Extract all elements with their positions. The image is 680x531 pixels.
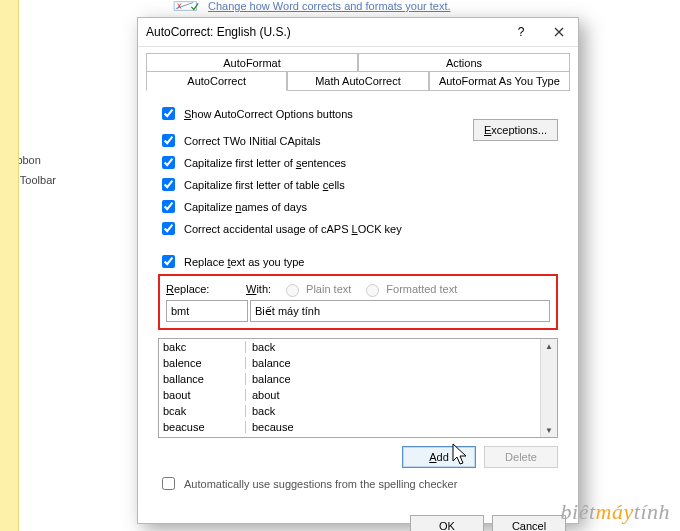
- scroll-down-icon[interactable]: ▼: [541, 423, 557, 437]
- label-cap-cells: Capitalize first letter of table cells: [184, 179, 345, 191]
- list-item: bcakback: [159, 403, 540, 419]
- tab-autocorrect[interactable]: AutoCorrect: [146, 71, 287, 91]
- list-item: ballancebalance: [159, 371, 540, 387]
- tab-actions[interactable]: Actions: [358, 53, 570, 73]
- scroll-up-icon[interactable]: ▲: [541, 339, 557, 353]
- check-auto-suggestions[interactable]: [162, 477, 175, 490]
- check-capitalize-sentences[interactable]: [162, 156, 175, 169]
- delete-button: Delete: [484, 446, 558, 468]
- close-button[interactable]: [540, 18, 578, 46]
- check-caps-lock[interactable]: [162, 222, 175, 235]
- autocorrect-pane: SShow AutoCorrect Options buttonshow Aut…: [146, 91, 570, 501]
- label-plain-text: Plain text: [306, 283, 351, 295]
- ok-button[interactable]: OK: [410, 515, 484, 531]
- check-show-options-buttons[interactable]: [162, 107, 175, 120]
- label-two-caps: Correct TWo INitial CApitals: [184, 135, 321, 147]
- add-button[interactable]: Add: [402, 446, 476, 468]
- check-replace-as-you-type[interactable]: [162, 255, 175, 268]
- tab-math-autocorrect[interactable]: Math AutoCorrect: [287, 71, 428, 91]
- cancel-button[interactable]: Cancel: [492, 515, 566, 531]
- with-label: With:: [246, 283, 271, 295]
- tab-autoformat[interactable]: AutoFormat: [146, 53, 358, 73]
- label-cap-sentences: Capitalize first letter of sentences: [184, 157, 346, 169]
- autocorrect-list[interactable]: bakcback balencebalance ballancebalance …: [158, 338, 558, 438]
- list-item: bakcback: [159, 339, 540, 355]
- autocorrect-dialog: AutoCorrect: English (U.S.) ? AutoFormat…: [137, 17, 579, 524]
- dialog-title: AutoCorrect: English (U.S.): [146, 25, 291, 39]
- highlight-box: Replace: With: Plain text Formatted text: [158, 274, 558, 330]
- label-auto-suggestions: Automatically use suggestions from the s…: [184, 478, 457, 490]
- autocorrect-options-icon: [172, 0, 202, 12]
- replace-input[interactable]: [166, 300, 248, 322]
- list-item: balencebalance: [159, 355, 540, 371]
- dialog-titlebar: AutoCorrect: English (U.S.) ?: [138, 18, 578, 47]
- close-icon: [554, 27, 564, 37]
- replace-label: Replace:: [166, 283, 236, 295]
- list-item: baoutabout: [159, 387, 540, 403]
- with-input[interactable]: [250, 300, 550, 322]
- options-active-highlight: [0, 0, 19, 531]
- check-two-initial-caps[interactable]: [162, 134, 175, 147]
- check-capitalize-cells[interactable]: [162, 178, 175, 191]
- tab-strip: AutoFormat Actions AutoCorrect Math Auto…: [138, 47, 578, 91]
- list-scrollbar[interactable]: ▲ ▼: [540, 339, 557, 437]
- label-replace-type: Replace text as you type: [184, 256, 304, 268]
- label-cap-days: Capitalize names of days: [184, 201, 307, 213]
- tab-autoformat-as-you-type[interactable]: AutoFormat As You Type: [429, 71, 570, 91]
- label-formatted-text: Formatted text: [386, 283, 457, 295]
- help-button[interactable]: ?: [502, 18, 540, 46]
- radio-plain-text: [286, 284, 299, 297]
- list-item: beacusebecause: [159, 419, 540, 435]
- label-caps-lock: Correct accidental usage of cAPS LOCK ke…: [184, 223, 402, 235]
- exceptions-button[interactable]: Exceptions...: [473, 119, 558, 141]
- label-show-options: SShow AutoCorrect Options buttonshow Aut…: [184, 108, 353, 120]
- change-autocorrect-link[interactable]: Change how Word corrects and formats you…: [208, 0, 451, 12]
- radio-formatted-text: [366, 284, 379, 297]
- check-capitalize-days[interactable]: [162, 200, 175, 213]
